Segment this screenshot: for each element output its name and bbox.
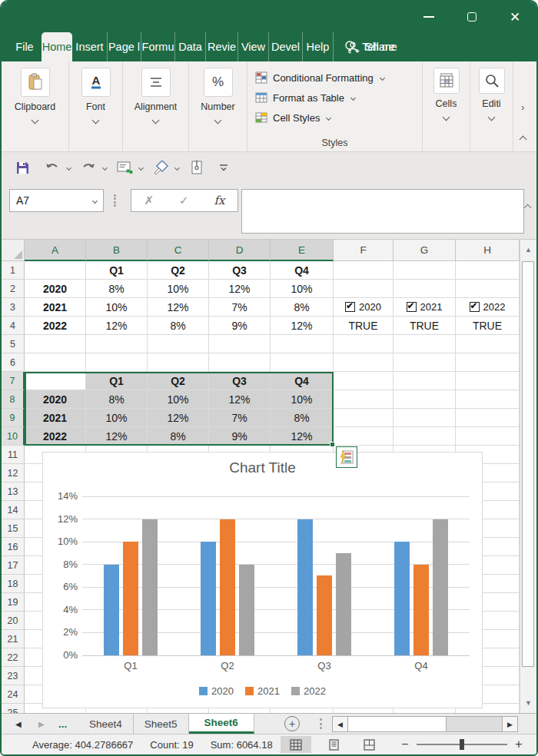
row-header-10[interactable]: 10 bbox=[2, 427, 25, 446]
cell-D9[interactable]: 7% bbox=[209, 409, 271, 427]
tab-devel[interactable]: Devel bbox=[269, 32, 303, 61]
touch-mode-button[interactable] bbox=[187, 157, 207, 178]
horizontal-scrollbar[interactable]: ◀ ▶ bbox=[332, 716, 518, 732]
cell[interactable] bbox=[334, 353, 394, 372]
name-box[interactable]: A7 bbox=[9, 189, 104, 212]
cell-D4[interactable]: 9% bbox=[209, 317, 271, 335]
tab-formu[interactable]: Formu bbox=[141, 32, 175, 61]
cell[interactable] bbox=[456, 372, 520, 390]
row-header-5[interactable]: 5 bbox=[2, 335, 25, 353]
format-as-table-button[interactable]: Format as Table bbox=[255, 88, 355, 108]
cell-C4[interactable]: 8% bbox=[148, 317, 209, 335]
cell-A4[interactable]: 2022 bbox=[25, 317, 86, 335]
column-header-A[interactable]: A bbox=[25, 240, 86, 261]
cell[interactable] bbox=[271, 353, 334, 372]
column-header-G[interactable]: G bbox=[394, 240, 456, 261]
cell-B7[interactable]: Q1 bbox=[86, 372, 148, 390]
row-header-13[interactable]: 13 bbox=[2, 482, 25, 501]
cell-B10[interactable]: 12% bbox=[86, 427, 148, 446]
vertical-scrollbar[interactable]: ▲ ▼ bbox=[520, 240, 536, 713]
bar-2022-Q2[interactable] bbox=[239, 565, 254, 655]
cell[interactable] bbox=[25, 335, 86, 353]
row-header-8[interactable]: 8 bbox=[2, 390, 25, 409]
horizontal-scrollbar-thumb[interactable] bbox=[348, 717, 447, 731]
contact-card-button[interactable] bbox=[115, 157, 134, 178]
tab-file[interactable]: File bbox=[8, 32, 42, 61]
cell-H3[interactable]: ✔2022 bbox=[456, 298, 520, 317]
undo-dropdown-chevron-icon[interactable] bbox=[66, 164, 71, 170]
font-group[interactable]: A Font bbox=[69, 61, 123, 151]
cell[interactable] bbox=[456, 390, 520, 409]
customize-quick-access-button[interactable] bbox=[214, 157, 233, 178]
minimize-button[interactable] bbox=[421, 9, 437, 25]
zoom-out-button[interactable]: − bbox=[400, 738, 410, 751]
row-header-1[interactable]: 1 bbox=[2, 261, 25, 280]
row-header-22[interactable]: 22 bbox=[2, 648, 25, 667]
font-group-chevron-icon[interactable] bbox=[92, 117, 100, 124]
row-header-6[interactable]: 6 bbox=[2, 353, 25, 372]
close-button[interactable]: ✕ bbox=[507, 9, 523, 25]
tab-revie[interactable]: Revie bbox=[206, 32, 238, 61]
page-layout-view-button[interactable] bbox=[320, 736, 347, 753]
row-header-24[interactable]: 24 bbox=[2, 685, 25, 704]
cell[interactable] bbox=[334, 427, 394, 446]
formula-bar-collapse-button[interactable] bbox=[525, 200, 530, 214]
cell[interactable] bbox=[334, 409, 394, 427]
sheet-tab-sheet5[interactable]: Sheet5 bbox=[134, 714, 189, 734]
number-group[interactable]: % Number bbox=[189, 61, 247, 151]
column-header-C[interactable]: C bbox=[148, 240, 209, 261]
alignment-group[interactable]: Alignment bbox=[123, 61, 189, 151]
cell-C1[interactable]: Q2 bbox=[148, 261, 209, 280]
sheet-tab-sheet6[interactable]: Sheet6 bbox=[189, 714, 254, 734]
cell[interactable] bbox=[271, 335, 334, 353]
cell-D1[interactable]: Q3 bbox=[209, 261, 271, 280]
cell-B2[interactable]: 8% bbox=[86, 280, 148, 298]
row-header-25[interactable]: 25 bbox=[2, 704, 25, 713]
share-button[interactable]: Share bbox=[347, 32, 395, 61]
tab-help[interactable]: Help bbox=[303, 32, 334, 61]
cell[interactable] bbox=[86, 335, 148, 353]
bar-2022-Q4[interactable] bbox=[433, 519, 448, 655]
row-header-4[interactable]: 4 bbox=[2, 317, 25, 335]
legend-item-2022[interactable]: 2022 bbox=[291, 685, 326, 697]
cell[interactable] bbox=[86, 353, 148, 372]
row-header-14[interactable]: 14 bbox=[2, 501, 25, 519]
tab-page-l[interactable]: Page l bbox=[108, 32, 141, 61]
cell-E1[interactable]: Q4 bbox=[271, 261, 334, 280]
ribbon-scroll-right-icon[interactable]: › bbox=[521, 101, 524, 113]
cell-A10[interactable]: 2022 bbox=[25, 427, 86, 446]
font-button[interactable]: A bbox=[81, 68, 111, 97]
cell-styles-button[interactable]: Cell Styles bbox=[255, 108, 330, 128]
cell[interactable] bbox=[394, 280, 456, 298]
scroll-left-icon[interactable]: ◀ bbox=[333, 717, 348, 731]
scroll-right-icon[interactable]: ▶ bbox=[502, 717, 517, 731]
sheet-nav-back-button[interactable]: ◀ bbox=[15, 714, 22, 734]
cell-G4[interactable]: TRUE bbox=[394, 317, 456, 335]
maximize-button[interactable] bbox=[464, 9, 480, 25]
cell[interactable] bbox=[456, 353, 520, 372]
cell[interactable] bbox=[394, 335, 456, 353]
cell[interactable] bbox=[148, 335, 209, 353]
cell-E3[interactable]: 8% bbox=[271, 298, 334, 317]
cell-B3[interactable]: 10% bbox=[86, 298, 148, 317]
collapse-ribbon-button[interactable] bbox=[520, 131, 526, 145]
embedded-chart[interactable]: Chart Title 0%2%4%6%8%10%12%14%Q1Q2Q3Q4 … bbox=[42, 452, 483, 708]
column-header-D[interactable]: D bbox=[209, 240, 271, 261]
cell-D2[interactable]: 12% bbox=[209, 280, 271, 298]
cell[interactable] bbox=[394, 427, 456, 446]
row-header-12[interactable]: 12 bbox=[2, 464, 25, 482]
cell-D8[interactable]: 12% bbox=[209, 390, 271, 409]
sheet-nav-forward-button[interactable]: ▶ bbox=[38, 714, 45, 734]
row-header-9[interactable]: 9 bbox=[2, 409, 25, 427]
insert-function-button[interactable]: fx bbox=[214, 194, 225, 207]
clipboard-group-chevron-icon[interactable] bbox=[32, 117, 39, 124]
cell[interactable] bbox=[334, 390, 394, 409]
tab-insert[interactable]: Insert bbox=[72, 32, 108, 61]
cells-button[interactable] bbox=[433, 68, 460, 94]
row-header-21[interactable]: 21 bbox=[2, 630, 25, 648]
tab-data[interactable]: Data bbox=[175, 32, 206, 61]
select-all-corner[interactable] bbox=[2, 240, 25, 261]
cell-E2[interactable]: 10% bbox=[271, 280, 334, 298]
number-group-chevron-icon[interactable] bbox=[214, 117, 222, 124]
cell[interactable] bbox=[334, 280, 394, 298]
